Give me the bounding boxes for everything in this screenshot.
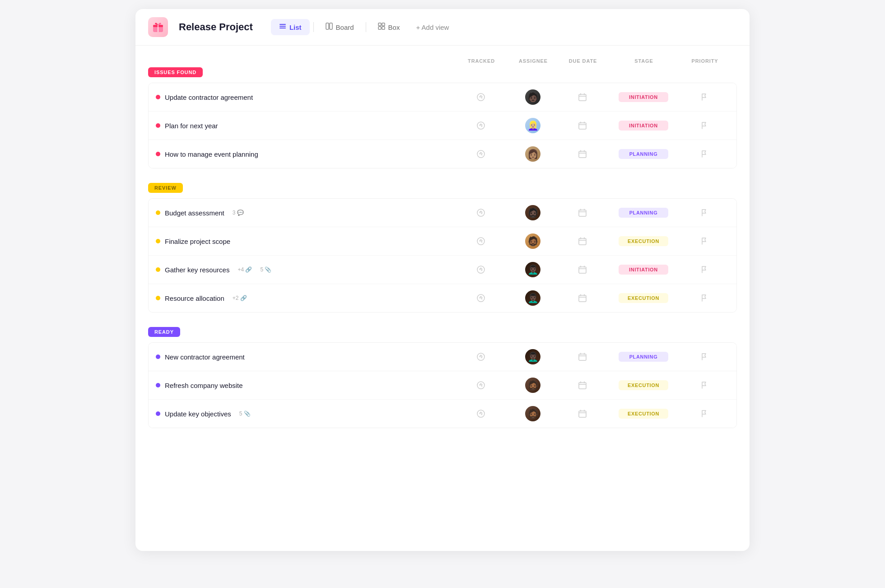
table-row[interactable]: Budget assessment3 💬🧔🏿PLANNING (149, 199, 736, 227)
assignee-avatar[interactable]: 👱🏼‍♀️ (508, 118, 558, 133)
table-row[interactable]: New contractor agreement👨🏿‍🦱PLANNING (149, 343, 736, 371)
tab-board[interactable]: Board (317, 19, 362, 35)
task-name-cell: Plan for next year (156, 122, 454, 130)
task-dot (156, 411, 160, 416)
assignee-avatar[interactable]: 👨🏿‍🦱 (508, 349, 558, 364)
tracked-icon[interactable] (454, 208, 508, 217)
assignee-avatar[interactable]: 🧑🏿 (508, 89, 558, 105)
tracked-icon[interactable] (454, 294, 508, 303)
tracked-icon[interactable] (454, 409, 508, 418)
task-name-cell: How to manage event planning (156, 150, 454, 158)
priority-flag-icon[interactable] (680, 237, 729, 245)
due-date-icon[interactable] (558, 93, 607, 102)
priority-flag-icon[interactable] (680, 121, 729, 130)
due-date-icon[interactable] (558, 208, 607, 217)
svg-rect-3 (279, 24, 286, 25)
tracked-icon[interactable] (454, 381, 508, 390)
priority-flag-icon[interactable] (680, 93, 729, 101)
avatar: 🧑🏿 (525, 89, 540, 105)
tab-list[interactable]: List (271, 19, 310, 35)
priority-flag-icon[interactable] (680, 410, 729, 418)
task-list-ready: New contractor agreement👨🏿‍🦱PLANNINGRefr… (148, 342, 737, 428)
avatar: 👨🏿‍🦱 (525, 262, 540, 277)
svg-rect-17 (579, 151, 586, 158)
svg-rect-27 (579, 354, 586, 360)
group-label-ready: READY (148, 327, 180, 337)
task-name-label: Plan for next year (165, 122, 218, 130)
stage-cell[interactable]: INITIATION (607, 121, 680, 131)
task-dot (156, 239, 160, 243)
svg-rect-7 (330, 23, 332, 29)
task-dot (156, 267, 160, 272)
due-date-icon[interactable] (558, 237, 607, 246)
divider (366, 22, 366, 32)
group-label-issues: ISSUES FOUND (148, 67, 203, 77)
due-date-icon[interactable] (558, 352, 607, 361)
avatar: 👩🏽 (525, 146, 540, 162)
task-badge: 5 📎 (239, 411, 251, 417)
stage-badge: INITIATION (619, 265, 668, 275)
tracked-icon[interactable] (454, 121, 508, 130)
priority-flag-icon[interactable] (680, 209, 729, 217)
tracked-icon[interactable] (454, 93, 508, 102)
priority-flag-icon[interactable] (680, 381, 729, 389)
svg-rect-6 (326, 23, 329, 29)
svg-rect-31 (579, 411, 586, 417)
tracked-icon[interactable] (454, 265, 508, 274)
tracked-icon[interactable] (454, 352, 508, 361)
stage-cell[interactable]: PLANNING (607, 352, 680, 362)
task-dot (156, 95, 160, 99)
group-label-review: REVIEW (148, 183, 183, 193)
priority-flag-icon[interactable] (680, 266, 729, 274)
assignee-avatar[interactable]: 🧔🏿 (508, 205, 558, 220)
task-name-label: Budget assessment (165, 209, 224, 217)
priority-flag-icon[interactable] (680, 150, 729, 158)
avatar: 🧔🏾 (525, 406, 540, 421)
due-date-icon[interactable] (558, 149, 607, 159)
stage-cell[interactable]: PLANNING (607, 208, 680, 218)
due-date-icon[interactable] (558, 265, 607, 274)
due-date-icon[interactable] (558, 121, 607, 130)
group-issues: ISSUES FOUNDUpdate contractor agreement🧑… (148, 67, 737, 168)
tracked-icon[interactable] (454, 149, 508, 159)
priority-flag-icon[interactable] (680, 294, 729, 302)
stage-badge: EXECUTION (619, 380, 668, 390)
due-date-icon[interactable] (558, 294, 607, 303)
col-tracked: TRACKED (454, 58, 508, 64)
due-date-icon[interactable] (558, 381, 607, 390)
task-name-label: Finalize project scope (165, 238, 230, 245)
add-view-button[interactable]: + Add view (410, 20, 455, 35)
col-task (155, 58, 454, 64)
priority-flag-icon[interactable] (680, 353, 729, 361)
stage-cell[interactable]: EXECUTION (607, 293, 680, 303)
table-row[interactable]: How to manage event planning👩🏽PLANNING (149, 140, 736, 168)
table-row[interactable]: Update contractor agreement🧑🏿INITIATION (149, 83, 736, 112)
stage-cell[interactable]: EXECUTION (607, 409, 680, 419)
table-row[interactable]: Update key objectives5 📎🧔🏾EXECUTION (149, 400, 736, 428)
due-date-icon[interactable] (558, 409, 607, 418)
assignee-avatar[interactable]: 👨🏿‍🦱 (508, 262, 558, 277)
assignee-avatar[interactable]: 🧔🏾 (508, 378, 558, 393)
stage-badge: PLANNING (619, 352, 668, 362)
assignee-avatar[interactable]: 🧔🏾 (508, 233, 558, 249)
stage-cell[interactable]: EXECUTION (607, 380, 680, 390)
task-name-cell: New contractor agreement (156, 353, 454, 361)
project-title: Release Project (179, 21, 253, 33)
table-row[interactable]: Finalize project scope🧔🏾EXECUTION (149, 227, 736, 256)
table-row[interactable]: Refresh company website🧔🏾EXECUTION (149, 371, 736, 400)
table-row[interactable]: Resource allocation+2 🔗👨🏿‍🦱EXECUTION (149, 284, 736, 312)
assignee-avatar[interactable]: 👨🏿‍🦱 (508, 290, 558, 306)
table-row[interactable]: Plan for next year👱🏼‍♀️INITIATION (149, 112, 736, 140)
stage-cell[interactable]: PLANNING (607, 149, 680, 159)
stage-cell[interactable]: INITIATION (607, 265, 680, 275)
assignee-avatar[interactable]: 🧔🏾 (508, 406, 558, 421)
task-name-cell: Resource allocation+2 🔗 (156, 294, 454, 302)
stage-cell[interactable]: EXECUTION (607, 236, 680, 246)
tab-box[interactable]: Box (370, 19, 408, 35)
svg-rect-10 (378, 27, 381, 29)
tracked-icon[interactable] (454, 237, 508, 246)
stage-cell[interactable]: INITIATION (607, 92, 680, 102)
table-row[interactable]: Gather key resources+4 🔗5 📎👨🏿‍🦱INITIATIO… (149, 256, 736, 284)
task-name-cell: Gather key resources+4 🔗5 📎 (156, 266, 454, 274)
assignee-avatar[interactable]: 👩🏽 (508, 146, 558, 162)
